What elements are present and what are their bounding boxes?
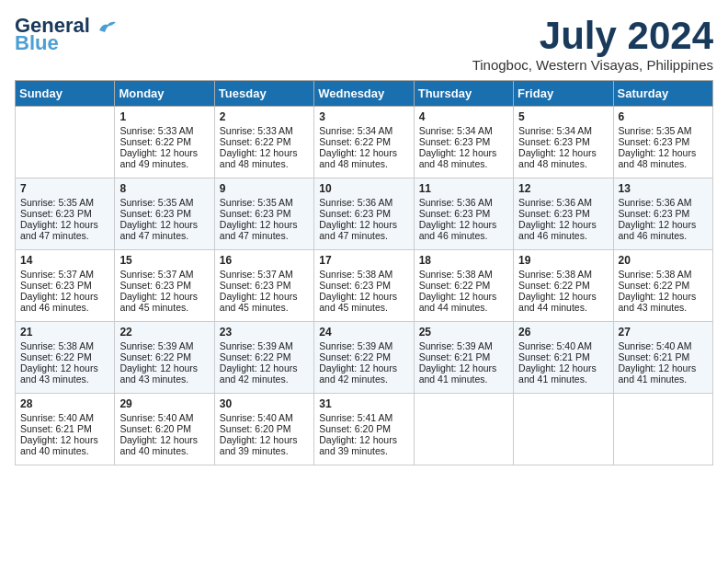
day-number: 6 xyxy=(619,110,708,123)
day-number: 13 xyxy=(619,182,708,195)
sunset-text: Sunset: 6:22 PM xyxy=(20,351,109,362)
sunrise-text: Sunrise: 5:38 AM xyxy=(518,269,608,280)
sunrise-text: Sunrise: 5:38 AM xyxy=(619,269,708,280)
daylight-text: Daylight: 12 hours and 41 minutes. xyxy=(518,362,608,385)
sunset-text: Sunset: 6:20 PM xyxy=(319,423,408,434)
sunrise-text: Sunrise: 5:40 AM xyxy=(119,412,209,423)
daylight-text: Daylight: 12 hours and 43 minutes. xyxy=(619,291,708,313)
day-number: 4 xyxy=(419,110,508,123)
calendar-cell: 11Sunrise: 5:36 AMSunset: 6:23 PMDayligh… xyxy=(414,178,513,250)
daylight-text: Daylight: 12 hours and 48 minutes. xyxy=(619,147,708,169)
sunset-text: Sunset: 6:22 PM xyxy=(518,280,608,291)
day-number: 24 xyxy=(319,326,408,339)
calendar-cell: 5Sunrise: 5:34 AMSunset: 6:23 PMDaylight… xyxy=(514,107,613,178)
col-wednesday: Wednesday xyxy=(314,81,414,107)
sunset-text: Sunset: 6:22 PM xyxy=(319,136,408,147)
calendar-cell: 26Sunrise: 5:40 AMSunset: 6:21 PMDayligh… xyxy=(514,322,613,394)
daylight-text: Daylight: 12 hours and 42 minutes. xyxy=(319,362,408,385)
day-number: 25 xyxy=(419,326,508,339)
daylight-text: Daylight: 12 hours and 44 minutes. xyxy=(518,291,608,313)
sunset-text: Sunset: 6:20 PM xyxy=(119,423,209,434)
day-number: 29 xyxy=(119,397,209,410)
col-monday: Monday xyxy=(115,81,214,107)
calendar-cell xyxy=(414,394,513,465)
calendar-cell: 15Sunrise: 5:37 AMSunset: 6:23 PMDayligh… xyxy=(115,250,214,322)
sunrise-text: Sunrise: 5:37 AM xyxy=(20,269,109,280)
sunrise-text: Sunrise: 5:41 AM xyxy=(319,412,408,423)
daylight-text: Daylight: 12 hours and 46 minutes. xyxy=(20,291,109,313)
col-thursday: Thursday xyxy=(414,81,513,107)
calendar-cell: 29Sunrise: 5:40 AMSunset: 6:20 PMDayligh… xyxy=(115,394,214,465)
sunset-text: Sunset: 6:22 PM xyxy=(419,280,508,291)
calendar-week-1: 1Sunrise: 5:33 AMSunset: 6:22 PMDaylight… xyxy=(16,107,713,178)
day-number: 26 xyxy=(518,326,608,339)
sunrise-text: Sunrise: 5:36 AM xyxy=(518,197,608,208)
sunrise-text: Sunrise: 5:35 AM xyxy=(119,197,209,208)
sunset-text: Sunset: 6:23 PM xyxy=(220,280,309,291)
calendar-cell: 18Sunrise: 5:38 AMSunset: 6:22 PMDayligh… xyxy=(414,250,513,322)
day-number: 21 xyxy=(20,326,109,339)
calendar-cell xyxy=(613,394,712,465)
sunset-text: Sunset: 6:23 PM xyxy=(419,136,508,147)
sunrise-text: Sunrise: 5:34 AM xyxy=(518,125,608,136)
daylight-text: Daylight: 12 hours and 43 minutes. xyxy=(119,362,209,385)
sunset-text: Sunset: 6:22 PM xyxy=(220,136,309,147)
sunset-text: Sunset: 6:22 PM xyxy=(319,351,408,362)
sunrise-text: Sunrise: 5:38 AM xyxy=(319,269,408,280)
daylight-text: Daylight: 12 hours and 49 minutes. xyxy=(119,147,209,169)
daylight-text: Daylight: 12 hours and 43 minutes. xyxy=(20,362,109,385)
sunrise-text: Sunrise: 5:39 AM xyxy=(220,340,309,351)
calendar-cell: 21Sunrise: 5:38 AMSunset: 6:22 PMDayligh… xyxy=(16,322,115,394)
calendar-cell: 1Sunrise: 5:33 AMSunset: 6:22 PMDaylight… xyxy=(115,107,214,178)
daylight-text: Daylight: 12 hours and 46 minutes. xyxy=(619,219,708,241)
sunset-text: Sunset: 6:23 PM xyxy=(619,208,708,219)
calendar-cell: 22Sunrise: 5:39 AMSunset: 6:22 PMDayligh… xyxy=(115,322,214,394)
sunrise-text: Sunrise: 5:37 AM xyxy=(119,269,209,280)
sunrise-text: Sunrise: 5:35 AM xyxy=(20,197,109,208)
calendar-week-2: 7Sunrise: 5:35 AMSunset: 6:23 PMDaylight… xyxy=(16,178,713,250)
month-title: July 2024 xyxy=(472,15,713,57)
sunset-text: Sunset: 6:21 PM xyxy=(20,423,109,434)
calendar-cell: 31Sunrise: 5:41 AMSunset: 6:20 PMDayligh… xyxy=(314,394,414,465)
sunset-text: Sunset: 6:23 PM xyxy=(518,136,608,147)
calendar-cell: 3Sunrise: 5:34 AMSunset: 6:22 PMDaylight… xyxy=(314,107,414,178)
sunrise-text: Sunrise: 5:39 AM xyxy=(419,340,508,351)
day-number: 3 xyxy=(319,110,408,123)
title-block: July 2024 Tinogboc, Western Visayas, Phi… xyxy=(472,15,713,73)
calendar-cell: 20Sunrise: 5:38 AMSunset: 6:22 PMDayligh… xyxy=(613,250,712,322)
day-number: 16 xyxy=(220,254,309,267)
calendar-cell: 14Sunrise: 5:37 AMSunset: 6:23 PMDayligh… xyxy=(16,250,115,322)
sunrise-text: Sunrise: 5:40 AM xyxy=(619,340,708,351)
sunset-text: Sunset: 6:23 PM xyxy=(119,208,209,219)
daylight-text: Daylight: 12 hours and 47 minutes. xyxy=(20,219,109,241)
sunrise-text: Sunrise: 5:36 AM xyxy=(419,197,508,208)
calendar-week-5: 28Sunrise: 5:40 AMSunset: 6:21 PMDayligh… xyxy=(16,394,713,465)
day-number: 11 xyxy=(419,182,508,195)
calendar-cell: 12Sunrise: 5:36 AMSunset: 6:23 PMDayligh… xyxy=(514,178,613,250)
sunset-text: Sunset: 6:22 PM xyxy=(619,280,708,291)
calendar-cell: 13Sunrise: 5:36 AMSunset: 6:23 PMDayligh… xyxy=(613,178,712,250)
sunrise-text: Sunrise: 5:33 AM xyxy=(119,125,209,136)
calendar-cell: 30Sunrise: 5:40 AMSunset: 6:20 PMDayligh… xyxy=(214,394,313,465)
logo-bird-icon xyxy=(97,19,118,34)
calendar-cell: 17Sunrise: 5:38 AMSunset: 6:23 PMDayligh… xyxy=(314,250,414,322)
calendar-table: Sunday Monday Tuesday Wednesday Thursday… xyxy=(15,80,713,465)
calendar-cell: 24Sunrise: 5:39 AMSunset: 6:22 PMDayligh… xyxy=(314,322,414,394)
sunrise-text: Sunrise: 5:40 AM xyxy=(518,340,608,351)
sunset-text: Sunset: 6:23 PM xyxy=(619,136,708,147)
sunrise-text: Sunrise: 5:39 AM xyxy=(119,340,209,351)
daylight-text: Daylight: 12 hours and 40 minutes. xyxy=(20,434,109,456)
calendar-cell: 9Sunrise: 5:35 AMSunset: 6:23 PMDaylight… xyxy=(214,178,313,250)
day-number: 23 xyxy=(220,326,309,339)
daylight-text: Daylight: 12 hours and 47 minutes. xyxy=(119,219,209,241)
daylight-text: Daylight: 12 hours and 48 minutes. xyxy=(220,147,309,169)
day-number: 15 xyxy=(119,254,209,267)
calendar-cell: 25Sunrise: 5:39 AMSunset: 6:21 PMDayligh… xyxy=(414,322,513,394)
sunset-text: Sunset: 6:22 PM xyxy=(119,136,209,147)
calendar-week-4: 21Sunrise: 5:38 AMSunset: 6:22 PMDayligh… xyxy=(16,322,713,394)
sunrise-text: Sunrise: 5:35 AM xyxy=(220,197,309,208)
sunrise-text: Sunrise: 5:39 AM xyxy=(319,340,408,351)
sunset-text: Sunset: 6:23 PM xyxy=(518,208,608,219)
daylight-text: Daylight: 12 hours and 47 minutes. xyxy=(220,219,309,241)
sunset-text: Sunset: 6:21 PM xyxy=(419,351,508,362)
